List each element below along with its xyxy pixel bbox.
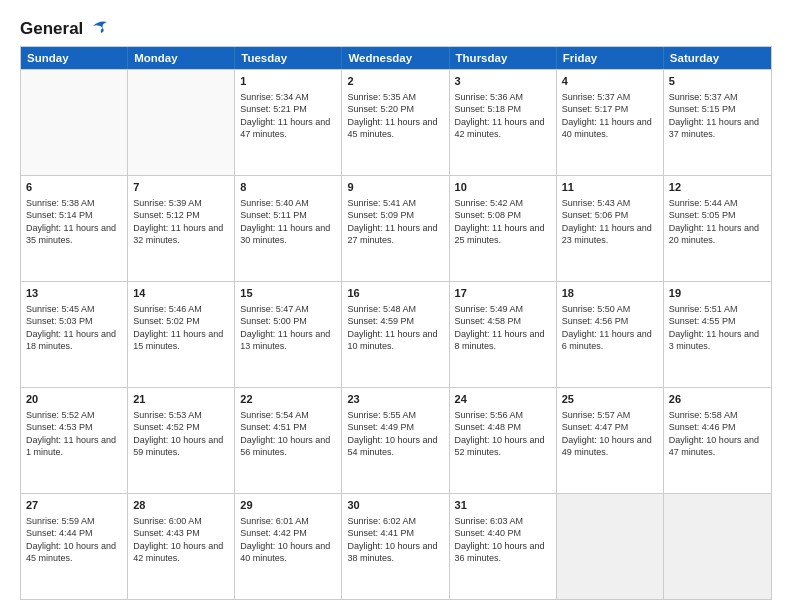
day-info: Sunrise: 5:35 AM Sunset: 5:20 PM Dayligh… [347,91,443,141]
day-number: 17 [455,286,551,301]
day-info: Sunrise: 5:55 AM Sunset: 4:49 PM Dayligh… [347,409,443,459]
header: General [20,18,772,36]
day-number: 16 [347,286,443,301]
day-number: 15 [240,286,336,301]
logo-bird-icon [85,18,107,36]
day-number: 24 [455,392,551,407]
logo-text: General [20,19,83,39]
calendar-cell: 20Sunrise: 5:52 AM Sunset: 4:53 PM Dayli… [21,388,128,493]
calendar-header: SundayMondayTuesdayWednesdayThursdayFrid… [21,47,771,69]
calendar-cell: 14Sunrise: 5:46 AM Sunset: 5:02 PM Dayli… [128,282,235,387]
day-number: 12 [669,180,766,195]
calendar-cell [557,494,664,599]
day-number: 20 [26,392,122,407]
calendar-cell: 16Sunrise: 5:48 AM Sunset: 4:59 PM Dayli… [342,282,449,387]
day-header-tuesday: Tuesday [235,47,342,69]
logo: General [20,18,107,36]
day-info: Sunrise: 5:50 AM Sunset: 4:56 PM Dayligh… [562,303,658,353]
calendar-cell: 25Sunrise: 5:57 AM Sunset: 4:47 PM Dayli… [557,388,664,493]
day-number: 21 [133,392,229,407]
day-number: 28 [133,498,229,513]
day-info: Sunrise: 5:54 AM Sunset: 4:51 PM Dayligh… [240,409,336,459]
day-header-wednesday: Wednesday [342,47,449,69]
calendar-cell [21,70,128,175]
calendar-cell: 15Sunrise: 5:47 AM Sunset: 5:00 PM Dayli… [235,282,342,387]
calendar-cell: 10Sunrise: 5:42 AM Sunset: 5:08 PM Dayli… [450,176,557,281]
day-info: Sunrise: 5:58 AM Sunset: 4:46 PM Dayligh… [669,409,766,459]
day-number: 27 [26,498,122,513]
day-info: Sunrise: 5:57 AM Sunset: 4:47 PM Dayligh… [562,409,658,459]
day-info: Sunrise: 5:59 AM Sunset: 4:44 PM Dayligh… [26,515,122,565]
day-number: 22 [240,392,336,407]
day-info: Sunrise: 5:37 AM Sunset: 5:17 PM Dayligh… [562,91,658,141]
day-info: Sunrise: 5:53 AM Sunset: 4:52 PM Dayligh… [133,409,229,459]
day-number: 23 [347,392,443,407]
day-number: 19 [669,286,766,301]
calendar-week-5: 27Sunrise: 5:59 AM Sunset: 4:44 PM Dayli… [21,493,771,599]
day-info: Sunrise: 5:48 AM Sunset: 4:59 PM Dayligh… [347,303,443,353]
day-info: Sunrise: 6:03 AM Sunset: 4:40 PM Dayligh… [455,515,551,565]
day-number: 7 [133,180,229,195]
day-header-monday: Monday [128,47,235,69]
day-info: Sunrise: 6:01 AM Sunset: 4:42 PM Dayligh… [240,515,336,565]
day-info: Sunrise: 5:41 AM Sunset: 5:09 PM Dayligh… [347,197,443,247]
day-number: 10 [455,180,551,195]
day-info: Sunrise: 5:51 AM Sunset: 4:55 PM Dayligh… [669,303,766,353]
calendar-week-1: 1Sunrise: 5:34 AM Sunset: 5:21 PM Daylig… [21,69,771,175]
calendar-cell [664,494,771,599]
day-info: Sunrise: 5:44 AM Sunset: 5:05 PM Dayligh… [669,197,766,247]
calendar-page: General SundayMondayTuesdayWednesdayThur… [0,0,792,612]
calendar-cell: 4Sunrise: 5:37 AM Sunset: 5:17 PM Daylig… [557,70,664,175]
calendar-cell: 1Sunrise: 5:34 AM Sunset: 5:21 PM Daylig… [235,70,342,175]
calendar-cell: 3Sunrise: 5:36 AM Sunset: 5:18 PM Daylig… [450,70,557,175]
day-number: 25 [562,392,658,407]
calendar-cell: 12Sunrise: 5:44 AM Sunset: 5:05 PM Dayli… [664,176,771,281]
calendar-cell: 29Sunrise: 6:01 AM Sunset: 4:42 PM Dayli… [235,494,342,599]
day-info: Sunrise: 5:43 AM Sunset: 5:06 PM Dayligh… [562,197,658,247]
calendar-cell: 30Sunrise: 6:02 AM Sunset: 4:41 PM Dayli… [342,494,449,599]
day-header-thursday: Thursday [450,47,557,69]
day-info: Sunrise: 5:36 AM Sunset: 5:18 PM Dayligh… [455,91,551,141]
calendar-cell: 28Sunrise: 6:00 AM Sunset: 4:43 PM Dayli… [128,494,235,599]
calendar-week-2: 6Sunrise: 5:38 AM Sunset: 5:14 PM Daylig… [21,175,771,281]
calendar-cell: 27Sunrise: 5:59 AM Sunset: 4:44 PM Dayli… [21,494,128,599]
day-info: Sunrise: 5:52 AM Sunset: 4:53 PM Dayligh… [26,409,122,459]
day-number: 5 [669,74,766,89]
day-number: 26 [669,392,766,407]
day-number: 11 [562,180,658,195]
day-number: 30 [347,498,443,513]
calendar-cell: 24Sunrise: 5:56 AM Sunset: 4:48 PM Dayli… [450,388,557,493]
calendar-cell: 26Sunrise: 5:58 AM Sunset: 4:46 PM Dayli… [664,388,771,493]
calendar-cell: 5Sunrise: 5:37 AM Sunset: 5:15 PM Daylig… [664,70,771,175]
day-header-sunday: Sunday [21,47,128,69]
calendar-cell: 6Sunrise: 5:38 AM Sunset: 5:14 PM Daylig… [21,176,128,281]
day-info: Sunrise: 5:37 AM Sunset: 5:15 PM Dayligh… [669,91,766,141]
calendar-cell: 21Sunrise: 5:53 AM Sunset: 4:52 PM Dayli… [128,388,235,493]
calendar-cell: 2Sunrise: 5:35 AM Sunset: 5:20 PM Daylig… [342,70,449,175]
day-number: 9 [347,180,443,195]
day-info: Sunrise: 5:47 AM Sunset: 5:00 PM Dayligh… [240,303,336,353]
calendar-week-4: 20Sunrise: 5:52 AM Sunset: 4:53 PM Dayli… [21,387,771,493]
calendar-cell: 7Sunrise: 5:39 AM Sunset: 5:12 PM Daylig… [128,176,235,281]
day-number: 18 [562,286,658,301]
calendar-body: 1Sunrise: 5:34 AM Sunset: 5:21 PM Daylig… [21,69,771,599]
calendar-week-3: 13Sunrise: 5:45 AM Sunset: 5:03 PM Dayli… [21,281,771,387]
day-number: 31 [455,498,551,513]
calendar-cell [128,70,235,175]
day-info: Sunrise: 5:49 AM Sunset: 4:58 PM Dayligh… [455,303,551,353]
calendar-cell: 31Sunrise: 6:03 AM Sunset: 4:40 PM Dayli… [450,494,557,599]
day-number: 13 [26,286,122,301]
calendar-cell: 22Sunrise: 5:54 AM Sunset: 4:51 PM Dayli… [235,388,342,493]
day-info: Sunrise: 5:42 AM Sunset: 5:08 PM Dayligh… [455,197,551,247]
day-header-friday: Friday [557,47,664,69]
day-number: 8 [240,180,336,195]
calendar-cell: 19Sunrise: 5:51 AM Sunset: 4:55 PM Dayli… [664,282,771,387]
calendar-cell: 23Sunrise: 5:55 AM Sunset: 4:49 PM Dayli… [342,388,449,493]
day-number: 29 [240,498,336,513]
day-info: Sunrise: 5:45 AM Sunset: 5:03 PM Dayligh… [26,303,122,353]
day-number: 3 [455,74,551,89]
calendar-cell: 8Sunrise: 5:40 AM Sunset: 5:11 PM Daylig… [235,176,342,281]
day-info: Sunrise: 5:56 AM Sunset: 4:48 PM Dayligh… [455,409,551,459]
day-number: 4 [562,74,658,89]
day-info: Sunrise: 6:02 AM Sunset: 4:41 PM Dayligh… [347,515,443,565]
